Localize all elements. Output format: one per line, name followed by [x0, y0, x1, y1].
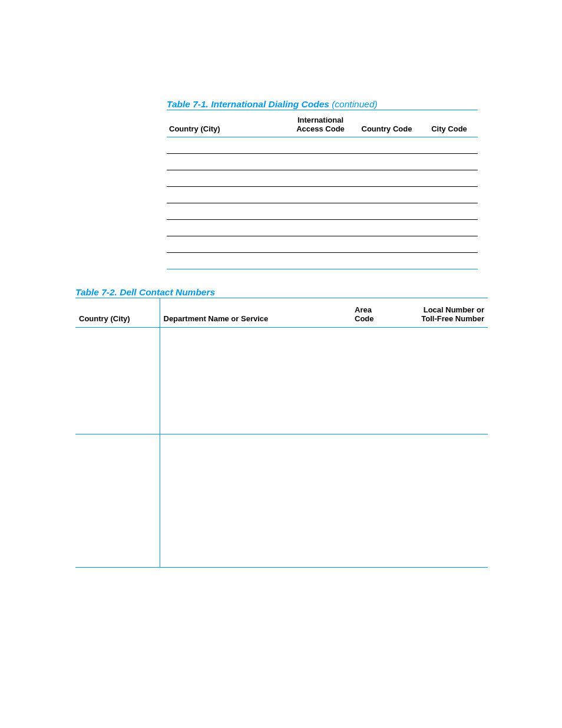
table-row [167, 187, 478, 203]
header-line: Area [355, 305, 372, 314]
col-area-code: Area Code [351, 298, 386, 328]
table-row [167, 154, 478, 170]
table-7-2-caption: Table 7-2. Dell Contact Numbers [75, 287, 215, 298]
col-country-city: Country (City) [167, 110, 288, 137]
col-country-code: Country Code [353, 110, 421, 137]
header-line: International [297, 116, 343, 124]
table-row [167, 203, 478, 220]
table-body [167, 137, 478, 269]
col-intl-access-code: International Access Code [288, 110, 353, 137]
table-row [167, 170, 478, 187]
table-row [75, 328, 488, 434]
table-row [167, 236, 478, 253]
table-row: Country (City) International Access Code… [167, 110, 478, 137]
table-row [75, 434, 488, 568]
caption-continued: (continued) [332, 99, 378, 109]
col-department: Department Name or Service [160, 298, 351, 328]
table-row [167, 253, 478, 269]
table-row: Country (City) Department Name or Servic… [75, 298, 488, 328]
caption-text: Table 7-1. International Dialing Codes [167, 99, 332, 109]
table-body [75, 328, 488, 568]
table-7-2: Country (City) Department Name or Servic… [75, 298, 488, 568]
header-line: Local Number or [424, 305, 484, 314]
col-city-code: City Code [421, 110, 478, 137]
table-7-1: Country (City) International Access Code… [167, 110, 478, 269]
header-line: Access Code [296, 124, 345, 133]
header-line: Toll-Free Number [421, 314, 484, 323]
col-local-or-tollfree: Local Number or Toll-Free Number [386, 298, 488, 328]
table-row [167, 220, 478, 236]
table-row [167, 137, 478, 154]
header-line: Code [355, 314, 374, 323]
col-country-city: Country (City) [75, 298, 160, 328]
table-7-1-caption: Table 7-1. International Dialing Codes (… [167, 99, 378, 110]
